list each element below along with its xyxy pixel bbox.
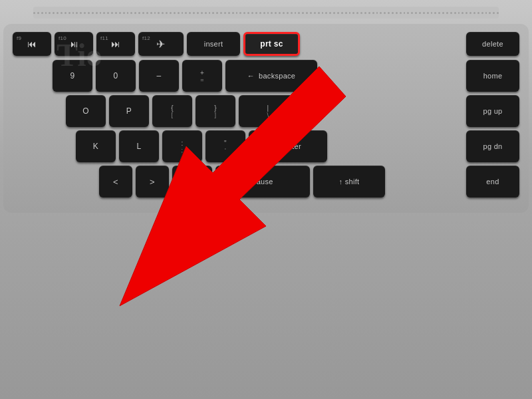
key-backspace: ← backspace <box>225 60 317 92</box>
key-close-bracket: } ] <box>196 95 235 127</box>
key-less-than: < <box>99 166 132 198</box>
key-slash: ? / <box>172 166 212 198</box>
op-key-row: O P { [ } ] | \ pg up <box>13 95 519 127</box>
number-key-row: 9 0 – + = ← backspace home <box>13 60 519 92</box>
key-f12: f12 ✈ <box>138 32 184 56</box>
key-f10: f10 ⏯ <box>55 32 93 56</box>
key-prt-sc[interactable]: prt sc <box>243 32 300 56</box>
key-delete: delete <box>466 32 519 56</box>
key-greater-than: > <box>136 166 169 198</box>
key-pause: pause <box>215 166 310 198</box>
key-f11: f11 ⏭ <box>96 32 135 56</box>
key-k: K <box>76 130 116 162</box>
key-l: L <box>119 130 159 162</box>
key-f9: f9 ⏮ <box>13 32 51 56</box>
speaker-grille <box>33 7 499 19</box>
key-0: 0 <box>96 60 136 92</box>
key-enter: ↵ enter <box>249 130 327 162</box>
kl-key-row: K L : ; " ' ↵ enter pg dn <box>13 130 519 162</box>
bottom-key-row: < > ? / pause ↑ shift end <box>13 166 519 198</box>
key-minus: – <box>139 60 179 92</box>
key-home: home <box>466 60 519 92</box>
keyboard-body: f9 ⏮ f10 ⏯ f11 ⏭ f12 ✈ insert prt sc <box>3 24 529 213</box>
key-equals: + = <box>182 60 222 92</box>
key-insert: insert <box>187 32 240 56</box>
key-p: P <box>109 95 149 127</box>
key-pgup: pg up <box>466 95 519 127</box>
key-shift: ↑ shift <box>313 166 385 198</box>
fn-key-row: f9 ⏮ f10 ⏯ f11 ⏭ f12 ✈ insert prt sc <box>13 32 519 56</box>
key-quote: " ' <box>205 130 245 162</box>
key-backslash: | \ <box>239 95 297 127</box>
key-9: 9 <box>53 60 92 92</box>
key-open-bracket: { [ <box>152 95 192 127</box>
key-o: O <box>66 95 106 127</box>
key-semicolon: : ; <box>162 130 202 162</box>
keyboard-background: f9 ⏮ f10 ⏯ f11 ⏭ f12 ✈ insert prt sc <box>0 0 532 399</box>
key-pgdn: pg dn <box>466 130 519 162</box>
key-end: end <box>466 166 519 198</box>
